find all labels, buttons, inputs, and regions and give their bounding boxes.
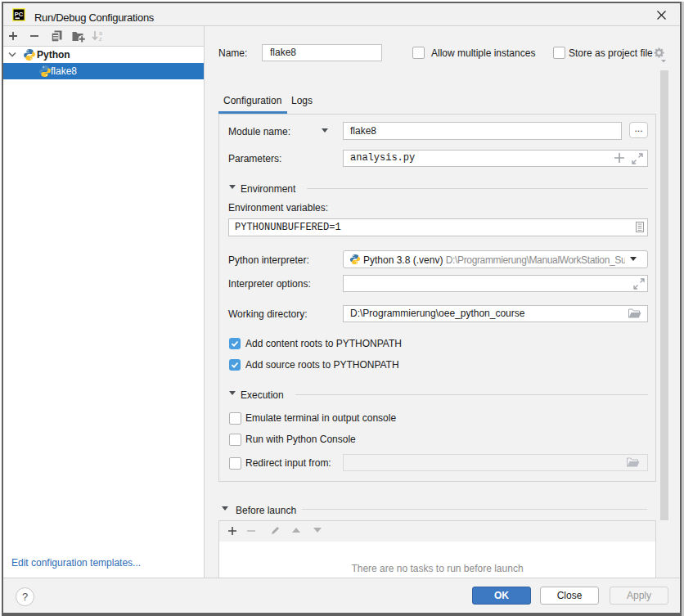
svg-text:a: a <box>99 30 102 36</box>
svg-text:z: z <box>99 36 102 42</box>
svg-text:PC: PC <box>15 11 24 18</box>
